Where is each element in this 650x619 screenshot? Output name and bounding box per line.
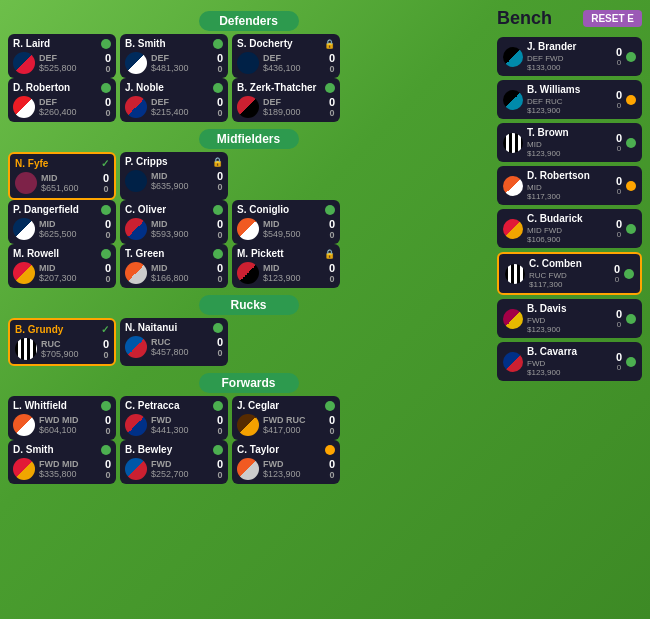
player-name-row: B. Bewley: [125, 444, 223, 455]
indicator-green: [624, 269, 634, 279]
position-price: MID $549,500: [263, 219, 329, 239]
position-tag: MID: [41, 173, 103, 183]
player-card[interactable]: T. Green MID $166,800 0 0: [120, 244, 228, 288]
player-card[interactable]: C. Oliver MID $593,900 0 0: [120, 200, 228, 244]
bench-score: 0: [616, 132, 622, 144]
indicator-green: [213, 249, 223, 259]
position-tag: RUC: [151, 337, 217, 347]
player-info-row: MID $593,900 0 0: [125, 218, 223, 240]
player-name: C. Petracca: [125, 400, 179, 411]
bench-score-sub: 0: [615, 275, 619, 284]
bench-score-sub: 0: [617, 230, 621, 239]
bench-score-sub: 0: [617, 363, 621, 372]
player-card[interactable]: B. Grundy ✓ RUC $705,900 0 0: [8, 318, 116, 366]
price-tag: $481,300: [151, 63, 217, 73]
score-val: 0: [217, 53, 223, 64]
reset-button[interactable]: RESET E: [583, 10, 642, 27]
bench-card[interactable]: T. Brown MID $123,900 0 0: [497, 123, 642, 162]
price-tag: $207,300: [39, 273, 105, 283]
score-val: 0: [217, 459, 223, 470]
bench-card[interactable]: D. Robertson MID $117,300 0 0: [497, 166, 642, 205]
position-price: FWD RUC $417,000: [263, 415, 329, 435]
player-card[interactable]: B. Zerk-Thatcher DEF $189,000 0 0: [232, 78, 340, 122]
player-info-row: MID $625,500 0 0: [13, 218, 111, 240]
player-card[interactable]: S. Coniglio MID $549,500 0 0: [232, 200, 340, 244]
score-val: 0: [103, 173, 109, 184]
price-tag: $457,800: [151, 347, 217, 357]
score-sub: 0: [217, 349, 222, 358]
player-card[interactable]: M. Rowell MID $207,300 0 0: [8, 244, 116, 288]
player-card[interactable]: J. Noble DEF $215,400 0 0: [120, 78, 228, 122]
player-card[interactable]: R. Laird DEF $525,800 0 0: [8, 34, 116, 78]
player-card[interactable]: D. Roberton DEF $260,400 0 0: [8, 78, 116, 122]
player-name: P. Dangerfield: [13, 204, 79, 215]
player-name-row: S. Coniglio: [237, 204, 335, 215]
team-logo: [237, 96, 259, 118]
score-col: 0 0: [105, 97, 111, 118]
position-price: RUC $705,900: [41, 339, 103, 359]
midfielders-header: Midfielders: [199, 129, 299, 149]
player-card[interactable]: C. Petracca FWD $441,300 0 0: [120, 396, 228, 440]
defenders-header: Defenders: [199, 11, 299, 31]
bench-logo: [503, 90, 523, 110]
price-tag: $166,800: [151, 273, 217, 283]
score-sub: 0: [105, 231, 110, 240]
team-logo: [125, 170, 147, 192]
score-sub: 0: [103, 351, 108, 360]
players-row: D. Roberton DEF $260,400 0 0: [8, 78, 489, 122]
player-name-row: M. Pickett 🔒: [237, 248, 335, 259]
score-col: 0 0: [329, 459, 335, 480]
score-val: 0: [217, 97, 223, 108]
bench-player-name: J. Brander: [527, 41, 612, 52]
player-name-row: N. Naitanui: [125, 322, 223, 333]
score-sub: 0: [329, 231, 334, 240]
bench-logo: [503, 309, 523, 329]
player-info-row: RUC $705,900 0 0: [15, 338, 109, 360]
player-card[interactable]: N. Fyfe ✓ MID $651,600 0 0: [8, 152, 116, 200]
bench-card[interactable]: B. Williams DEF RUC $123,900 0 0: [497, 80, 642, 119]
player-card[interactable]: L. Whitfield FWD MID $604,100 0 0: [8, 396, 116, 440]
player-card[interactable]: P. Dangerfield MID $625,500 0 0: [8, 200, 116, 244]
bench-info-row: RUC FWD: [529, 271, 610, 280]
bench-score-sub: 0: [617, 101, 621, 110]
player-card[interactable]: M. Pickett 🔒 MID $123,900 0 0: [232, 244, 340, 288]
bench-score-col: 0 0: [614, 263, 620, 284]
position-tag: MID: [263, 263, 329, 273]
score-col: 0 0: [103, 173, 109, 194]
bench-info: C. Comben RUC FWD $117,300: [529, 258, 610, 289]
bench-card[interactable]: C. Budarick MID FWD $106,900 0 0: [497, 209, 642, 248]
position-price: DEF $189,000: [263, 97, 329, 117]
price-tag: $625,500: [39, 229, 105, 239]
player-card[interactable]: N. Naitanui RUC $457,800 0 0: [120, 318, 228, 366]
score-val: 0: [105, 219, 111, 230]
bench-player-name: D. Robertson: [527, 170, 612, 181]
bench-info: J. Brander DEF FWD $133,000: [527, 41, 612, 72]
player-card[interactable]: C. Taylor FWD $123,900 0 0: [232, 440, 340, 484]
indicator-lock: 🔒: [212, 157, 223, 167]
bench-card[interactable]: J. Brander DEF FWD $133,000 0 0: [497, 37, 642, 76]
player-card[interactable]: J. Ceglar FWD RUC $417,000 0 0: [232, 396, 340, 440]
player-info-row: MID $651,600 0 0: [15, 172, 109, 194]
player-card[interactable]: B. Bewley FWD $252,700 0 0: [120, 440, 228, 484]
position-price: DEF $525,800: [39, 53, 105, 73]
position-tag: MID: [39, 263, 105, 273]
bench-card[interactable]: B. Davis FWD $123,900 0 0: [497, 299, 642, 338]
player-info-row: FWD $252,700 0 0: [125, 458, 223, 480]
player-card[interactable]: D. Smith FWD MID $335,800 0 0: [8, 440, 116, 484]
bench-card[interactable]: B. Cavarra FWD $123,900 0 0: [497, 342, 642, 381]
bench-info: T. Brown MID $123,900: [527, 127, 612, 158]
score-val: 0: [217, 219, 223, 230]
player-card[interactable]: B. Smith DEF $481,300 0 0: [120, 34, 228, 78]
score-sub: 0: [217, 109, 222, 118]
player-card[interactable]: P. Cripps 🔒 MID $635,900 0 0: [120, 152, 228, 200]
bench-player-name: B. Davis: [527, 303, 612, 314]
player-info-row: MID $123,900 0 0: [237, 262, 335, 284]
team-logo: [237, 458, 259, 480]
position-tag: FWD: [263, 459, 329, 469]
position-price: MID $207,300: [39, 263, 105, 283]
indicator-green: [325, 205, 335, 215]
player-name: M. Pickett: [237, 248, 284, 259]
bench-score-sub: 0: [617, 187, 621, 196]
player-card[interactable]: S. Docherty 🔒 DEF $436,100 0 0: [232, 34, 340, 78]
bench-card[interactable]: C. Comben RUC FWD $117,300 0 0: [497, 252, 642, 295]
